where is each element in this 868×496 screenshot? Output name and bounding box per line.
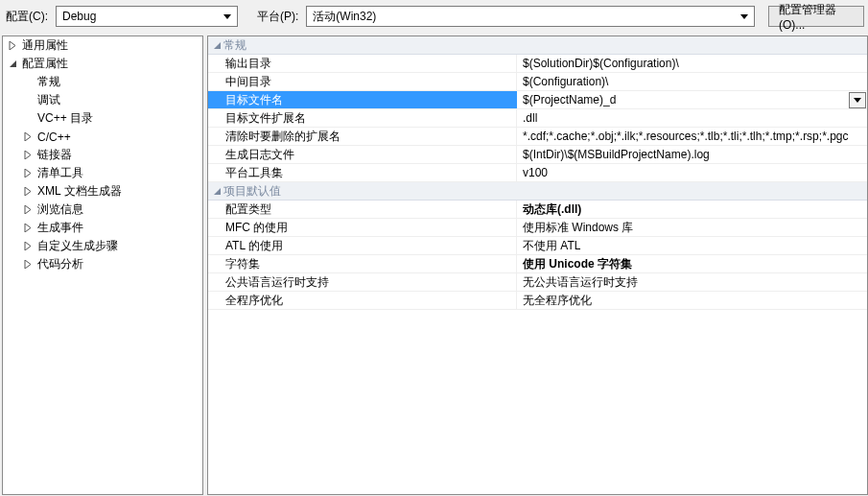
grid-prop-value[interactable]: 无公共语言运行时支持 [517, 273, 867, 291]
platform-label: 平台(P): [255, 9, 300, 25]
grid-prop-value[interactable]: .dll [517, 109, 867, 127]
tree-item[interactable]: XML 文档生成器 [3, 182, 202, 201]
expander-icon[interactable] [22, 204, 34, 216]
grid-prop-value-text: $(IntDir)\$(MSBuildProjectName).log [523, 148, 867, 161]
grid-prop-name: 中间目录 [208, 73, 517, 90]
grid-prop-value-text: .dll [523, 111, 867, 125]
expander-icon[interactable] [22, 259, 34, 271]
grid-prop-value-text: 使用 Unicode 字符集 [523, 256, 867, 272]
grid-prop-value[interactable]: 使用标准 Windows 库 [517, 219, 867, 236]
grid-prop-value[interactable]: $(IntDir)\$(MSBuildProjectName).log [517, 146, 867, 163]
expander-icon[interactable] [22, 223, 34, 234]
expander-icon [22, 95, 34, 106]
grid-row[interactable]: ATL 的使用不使用 ATL [208, 237, 867, 255]
tree-item[interactable]: 代码分析 [3, 255, 202, 273]
grid-prop-value[interactable]: $(SolutionDir)$(Configuration)\ [517, 55, 867, 72]
grid-prop-name: 字符集 [208, 255, 517, 272]
tree-item-label: 代码分析 [37, 256, 83, 272]
grid-prop-name: 生成日志文件 [208, 146, 517, 163]
expander-icon[interactable] [22, 186, 34, 198]
grid-row[interactable]: 目标文件名$(ProjectName)_d [208, 91, 867, 109]
expander-icon[interactable] [22, 150, 34, 161]
grid-prop-value[interactable]: 无全程序优化 [517, 292, 867, 309]
config-combo[interactable]: Debug [56, 6, 238, 27]
grid-row[interactable]: 输出目录$(SolutionDir)$(Configuration)\ [208, 55, 867, 73]
tree-item[interactable]: 生成事件 [3, 219, 202, 237]
grid-prop-name: 目标文件名 [208, 91, 517, 108]
grid-row[interactable]: 生成日志文件$(IntDir)\$(MSBuildProjectName).lo… [208, 146, 867, 164]
chevron-down-icon [737, 8, 752, 25]
expander-icon [22, 113, 34, 125]
grid-prop-value-text: $(SolutionDir)$(Configuration)\ [523, 57, 867, 70]
grid-prop-value-text: 无公共语言运行时支持 [523, 274, 867, 291]
expander-icon[interactable] [7, 40, 18, 52]
expander-icon[interactable] [22, 168, 34, 179]
config-combo-value: Debug [62, 10, 220, 23]
expander-icon[interactable] [7, 59, 18, 70]
grid-row[interactable]: 字符集使用 Unicode 字符集 [208, 255, 867, 273]
grid-row[interactable]: 平台工具集v100 [208, 164, 867, 182]
grid-prop-value[interactable]: $(ProjectName)_d [517, 91, 867, 108]
grid-prop-value[interactable]: $(Configuration)\ [517, 73, 867, 90]
grid-prop-value[interactable]: 动态库(.dll) [517, 201, 867, 218]
grid-row[interactable]: 目标文件扩展名.dll [208, 109, 867, 128]
chevron-down-icon [220, 8, 235, 25]
tree-item[interactable]: 浏览信息 [3, 201, 202, 219]
tree-item[interactable]: VC++ 目录 [3, 109, 202, 128]
category-tree[interactable]: 通用属性配置属性常规调试VC++ 目录C/C++链接器清单工具XML 文档生成器… [2, 35, 203, 495]
grid-prop-name: 公共语言运行时支持 [208, 273, 517, 291]
grid-prop-value-text: 不使用 ATL [523, 238, 867, 254]
tree-item-label: 通用属性 [22, 37, 68, 54]
top-toolbar: 配置(C): Debug 平台(P): 活动(Win32) 配置管理器(O)..… [0, 0, 868, 35]
tree-item-label: 链接器 [37, 147, 72, 163]
tree-item-label: 常规 [37, 74, 60, 90]
grid-row[interactable]: 配置类型动态库(.dll) [208, 201, 867, 219]
grid-prop-value[interactable]: v100 [517, 164, 867, 181]
grid-row[interactable]: 中间目录$(Configuration)\ [208, 73, 867, 91]
expander-icon[interactable] [22, 241, 34, 252]
grid-prop-name: ATL 的使用 [208, 237, 517, 254]
tree-item[interactable]: 通用属性 [3, 36, 202, 55]
grid-row[interactable]: MFC 的使用使用标准 Windows 库 [208, 219, 867, 237]
tree-item-label: 浏览信息 [37, 201, 83, 218]
tree-item[interactable]: C/C++ [3, 128, 202, 146]
property-grid: 常规输出目录$(SolutionDir)$(Configuration)\中间目… [207, 35, 868, 495]
grid-prop-value[interactable]: 不使用 ATL [517, 237, 867, 254]
config-manager-label: 配置管理器(O)... [779, 2, 854, 32]
grid-prop-value-text: $(ProjectName)_d [523, 93, 849, 106]
config-label: 配置(C): [4, 9, 50, 25]
grid-prop-value[interactable]: *.cdf;*.cache;*.obj;*.ilk;*.resources;*.… [517, 128, 867, 145]
grid-prop-value-text: v100 [523, 166, 867, 179]
grid-row[interactable]: 全程序优化无全程序优化 [208, 292, 867, 310]
grid-row[interactable]: 清除时要删除的扩展名*.cdf;*.cache;*.obj;*.ilk;*.re… [208, 128, 867, 146]
expander-icon[interactable] [22, 131, 34, 143]
grid-prop-name: MFC 的使用 [208, 219, 517, 236]
tree-item[interactable]: 常规 [3, 73, 202, 91]
config-manager-button[interactable]: 配置管理器(O)... [768, 6, 864, 27]
expander-icon [22, 77, 34, 88]
grid-prop-value-text: *.cdf;*.cache;*.obj;*.ilk;*.resources;*.… [523, 130, 867, 143]
tree-item[interactable]: 清单工具 [3, 164, 202, 182]
grid-prop-name: 全程序优化 [208, 292, 517, 309]
tree-item[interactable]: 配置属性 [3, 55, 202, 73]
grid-section-header[interactable]: 常规 [208, 36, 867, 55]
grid-section-title: 项目默认值 [223, 183, 281, 200]
tree-item-label: C/C++ [37, 130, 71, 144]
tree-item[interactable]: 链接器 [3, 146, 202, 164]
grid-prop-name: 输出目录 [208, 55, 517, 72]
grid-section-header[interactable]: 项目默认值 [208, 182, 867, 201]
tree-item-label: 配置属性 [22, 56, 68, 72]
chevron-down-icon[interactable] [849, 92, 866, 108]
grid-prop-value-text: 动态库(.dll) [523, 201, 867, 218]
grid-prop-name: 清除时要删除的扩展名 [208, 128, 517, 145]
grid-prop-name: 配置类型 [208, 201, 517, 218]
grid-prop-value[interactable]: 使用 Unicode 字符集 [517, 255, 867, 272]
grid-prop-name: 目标文件扩展名 [208, 109, 517, 127]
tree-item-label: XML 文档生成器 [37, 183, 122, 200]
tree-item[interactable]: 自定义生成步骤 [3, 237, 202, 255]
grid-row[interactable]: 公共语言运行时支持无公共语言运行时支持 [208, 273, 867, 292]
tree-item[interactable]: 调试 [3, 91, 202, 109]
tree-item-label: 调试 [37, 92, 60, 108]
collapse-icon [210, 41, 223, 50]
platform-combo[interactable]: 活动(Win32) [306, 6, 755, 27]
